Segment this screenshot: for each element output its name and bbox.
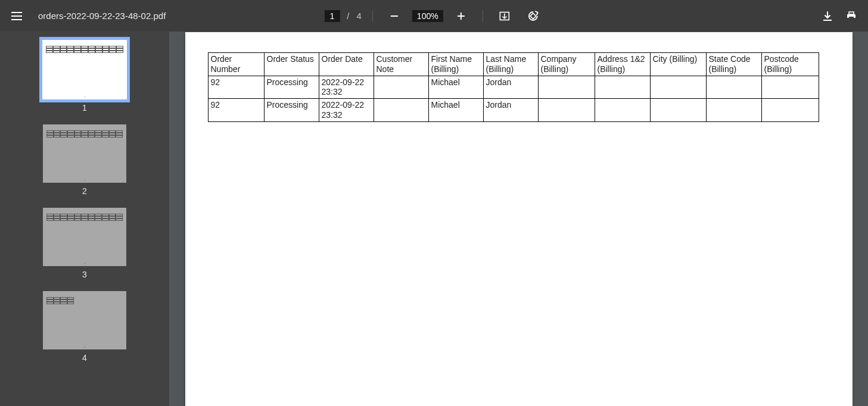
thumbnail-page-2[interactable]: 2 bbox=[43, 124, 126, 183]
cell-order-status: Processing bbox=[264, 99, 319, 122]
cell-address bbox=[595, 99, 650, 122]
page-total: 4 bbox=[357, 11, 362, 21]
thumbnail-page-1[interactable]: 1 bbox=[42, 40, 127, 99]
orders-table: Order Number Order Status Order Date Cus… bbox=[208, 52, 819, 122]
minus-icon bbox=[390, 12, 399, 20]
thumbnail-item: 2 2 bbox=[43, 124, 126, 196]
cell-order-status: Processing bbox=[264, 76, 319, 99]
cell-last-name: Jordan bbox=[483, 99, 538, 122]
col-customer-note: Customer Note bbox=[374, 53, 428, 76]
thumbnail-label: 3 bbox=[82, 270, 87, 279]
thumbnail-item: 4 4 bbox=[43, 291, 126, 363]
table-header-row: Order Number Order Status Order Date Cus… bbox=[208, 53, 819, 76]
cell-postcode bbox=[761, 76, 819, 99]
zoom-in-button[interactable] bbox=[450, 5, 472, 27]
table-row: 92 Processing 2022-09-22 23:32 Michael J… bbox=[208, 76, 819, 99]
hamburger-icon bbox=[11, 12, 22, 20]
col-state: State Code (Billing) bbox=[706, 53, 761, 76]
cell-customer-note bbox=[374, 76, 428, 99]
cell-address bbox=[595, 76, 650, 99]
col-company: Company (Billing) bbox=[538, 53, 595, 76]
print-button[interactable] bbox=[841, 5, 862, 27]
pdf-toolbar: orders-2022-09-22-23-48-02.pdf / 4 100% bbox=[0, 0, 868, 32]
cell-order-number: 92 bbox=[208, 99, 264, 122]
svg-rect-2 bbox=[849, 17, 854, 20]
menu-button[interactable] bbox=[6, 5, 27, 27]
col-order-status: Order Status bbox=[264, 53, 319, 76]
table-row: 92 Processing 2022-09-22 23:32 Michael J… bbox=[208, 99, 819, 122]
col-first-name: First Name (Billing) bbox=[428, 53, 483, 76]
thumbnail-label: 1 bbox=[82, 103, 87, 113]
svg-rect-1 bbox=[530, 13, 536, 19]
cell-city bbox=[650, 99, 706, 122]
cell-company bbox=[538, 99, 595, 122]
download-icon bbox=[822, 11, 833, 21]
thumbnail-item: 3 3 bbox=[43, 208, 126, 279]
print-icon bbox=[846, 11, 857, 21]
toolbar-center: / 4 100% bbox=[324, 5, 543, 27]
cell-last-name: Jordan bbox=[483, 76, 538, 99]
cell-first-name: Michael bbox=[428, 99, 483, 122]
col-address: Address 1&2 (Billing) bbox=[595, 53, 650, 76]
thumbnail-label: 4 bbox=[82, 353, 87, 363]
zoom-out-button[interactable] bbox=[384, 5, 405, 27]
col-last-name: Last Name (Billing) bbox=[483, 53, 538, 76]
page-viewport[interactable]: Order Number Order Status Order Date Cus… bbox=[169, 32, 868, 406]
cell-order-date: 2022-09-22 23:32 bbox=[319, 99, 374, 122]
col-order-number: Order Number bbox=[208, 53, 264, 76]
cell-company bbox=[538, 76, 595, 99]
page-number-input[interactable] bbox=[324, 10, 340, 22]
cell-customer-note bbox=[374, 99, 428, 122]
thumbnail-page-3[interactable]: 3 bbox=[43, 208, 126, 266]
cell-first-name: Michael bbox=[428, 76, 483, 99]
cell-state bbox=[706, 76, 761, 99]
zoom-level: 100% bbox=[412, 10, 443, 22]
download-button[interactable] bbox=[817, 5, 838, 27]
fit-page-button[interactable] bbox=[494, 5, 515, 27]
cell-postcode bbox=[761, 99, 819, 122]
pdf-page: Order Number Order Status Order Date Cus… bbox=[185, 32, 853, 406]
cell-city bbox=[650, 76, 706, 99]
fit-to-page-icon bbox=[499, 11, 510, 21]
toolbar-right bbox=[817, 5, 868, 27]
col-postcode: Postcode (Billing) bbox=[761, 53, 819, 76]
page-separator: / bbox=[347, 11, 349, 21]
cell-order-date: 2022-09-22 23:32 bbox=[319, 76, 374, 99]
toolbar-left: orders-2022-09-22-23-48-02.pdf bbox=[0, 5, 166, 27]
col-city: City (Billing) bbox=[650, 53, 706, 76]
toolbar-divider bbox=[483, 10, 483, 22]
file-name: orders-2022-09-22-23-48-02.pdf bbox=[38, 11, 166, 21]
thumbnail-item: 1 1 bbox=[42, 40, 127, 113]
plus-icon bbox=[457, 12, 465, 20]
toolbar-divider bbox=[372, 10, 373, 22]
thumbnail-page-4[interactable]: 4 bbox=[43, 291, 126, 349]
cell-state bbox=[706, 99, 761, 122]
thumbnail-label: 2 bbox=[82, 186, 87, 196]
col-order-date: Order Date bbox=[319, 53, 374, 76]
content-area: 1 1 2 2 bbox=[0, 32, 868, 406]
thumbnails-sidebar[interactable]: 1 1 2 2 bbox=[0, 32, 169, 406]
rotate-button[interactable] bbox=[522, 5, 544, 27]
cell-order-number: 92 bbox=[208, 76, 264, 99]
rotate-icon bbox=[527, 10, 539, 22]
